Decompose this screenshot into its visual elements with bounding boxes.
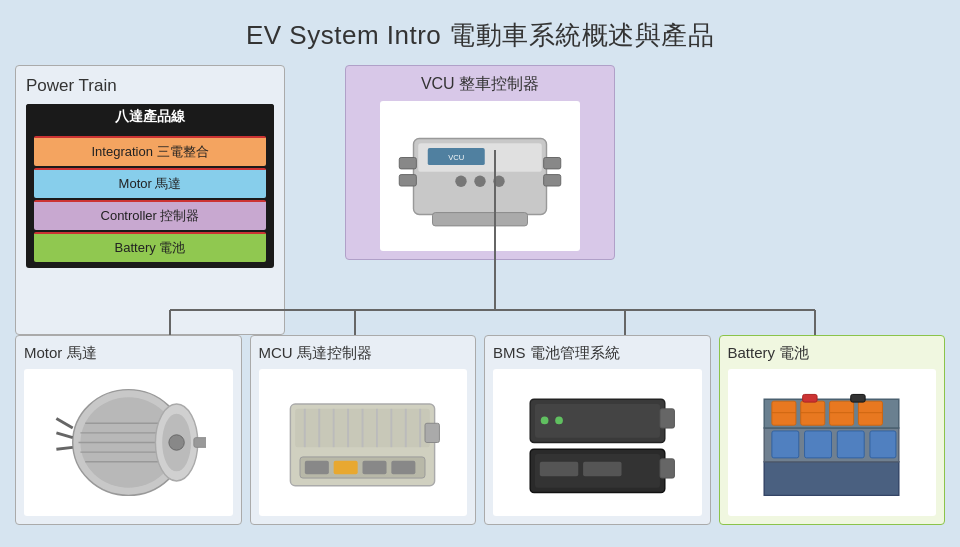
- svg-line-29: [56, 433, 72, 438]
- bms-label: BMS 電池管理系統: [493, 344, 702, 363]
- svg-rect-62: [772, 401, 796, 425]
- mcu-card: MCU 馬達控制器: [250, 335, 477, 525]
- product-item-controller: Controller 控制器: [34, 200, 266, 230]
- svg-rect-65: [859, 401, 883, 425]
- svg-rect-72: [838, 431, 865, 458]
- svg-rect-64: [830, 401, 854, 425]
- svg-rect-12: [433, 212, 528, 225]
- svg-rect-70: [772, 431, 799, 458]
- bms-card: BMS 電池管理系統: [484, 335, 711, 525]
- svg-point-31: [169, 435, 184, 450]
- svg-rect-50: [535, 404, 660, 438]
- bottom-section: Motor 馬達: [15, 335, 945, 535]
- top-section: Power Train 八達產品線 Integration 三電整合 Motor…: [15, 65, 945, 335]
- power-train-title: Power Train: [26, 76, 274, 96]
- product-list-box: 八達產品線 Integration 三電整合 Motor 馬達 Controll…: [26, 104, 274, 268]
- svg-rect-74: [803, 394, 817, 402]
- product-item-battery: Battery 電池: [34, 232, 266, 262]
- svg-line-30: [56, 447, 72, 449]
- vcu-device-svg: VCU: [385, 109, 575, 244]
- svg-rect-11: [544, 174, 561, 185]
- battery-image: [728, 369, 937, 516]
- mcu-image: [259, 369, 468, 516]
- vcu-label: VCU 整車控制器: [361, 74, 599, 95]
- svg-point-52: [541, 417, 549, 425]
- bms-svg: [510, 380, 685, 505]
- svg-point-15: [493, 175, 504, 186]
- product-list-header: 八達產品線: [26, 104, 274, 130]
- svg-rect-45: [334, 461, 358, 474]
- main-container: EV System Intro 電動車系統概述與產品 Power Train 八…: [0, 0, 960, 547]
- battery-label: Battery 電池: [728, 344, 937, 363]
- bms-image: [493, 369, 702, 516]
- svg-rect-44: [305, 461, 329, 474]
- diagram-wrapper: Power Train 八達產品線 Integration 三電整合 Motor…: [15, 65, 945, 535]
- vcu-section: VCU 整車控制器: [295, 65, 665, 335]
- svg-rect-47: [392, 461, 416, 474]
- svg-marker-59: [764, 462, 899, 496]
- svg-rect-71: [805, 431, 832, 458]
- mcu-svg: [275, 380, 450, 505]
- svg-rect-73: [870, 431, 896, 458]
- svg-text:VCU: VCU: [448, 153, 464, 162]
- svg-rect-58: [583, 462, 621, 476]
- motor-image: [24, 369, 233, 516]
- svg-rect-51: [660, 409, 674, 428]
- svg-point-13: [455, 175, 466, 186]
- vcu-card: VCU 整車控制器: [345, 65, 615, 260]
- battery-svg: [744, 380, 919, 505]
- svg-rect-75: [851, 394, 865, 402]
- svg-rect-56: [660, 459, 674, 478]
- svg-point-14: [474, 175, 485, 186]
- svg-rect-9: [399, 174, 416, 185]
- product-item-motor: Motor 馬達: [34, 168, 266, 198]
- battery-card: Battery 電池: [719, 335, 946, 525]
- svg-rect-8: [399, 157, 416, 168]
- svg-point-53: [555, 417, 563, 425]
- motor-label: Motor 馬達: [24, 344, 233, 363]
- motor-svg: [51, 380, 206, 505]
- svg-rect-27: [194, 438, 206, 448]
- svg-rect-57: [540, 462, 578, 476]
- svg-rect-63: [801, 401, 825, 425]
- svg-line-28: [56, 418, 72, 428]
- svg-rect-10: [544, 157, 561, 168]
- vcu-image: VCU: [380, 101, 580, 251]
- top-right-spacer: [675, 65, 945, 335]
- product-item-integration: Integration 三電整合: [34, 136, 266, 166]
- page-title: EV System Intro 電動車系統概述與產品: [15, 10, 945, 65]
- svg-rect-48: [425, 423, 439, 442]
- svg-rect-46: [363, 461, 387, 474]
- mcu-label: MCU 馬達控制器: [259, 344, 468, 363]
- power-train-box: Power Train 八達產品線 Integration 三電整合 Motor…: [15, 65, 285, 335]
- motor-card: Motor 馬達: [15, 335, 242, 525]
